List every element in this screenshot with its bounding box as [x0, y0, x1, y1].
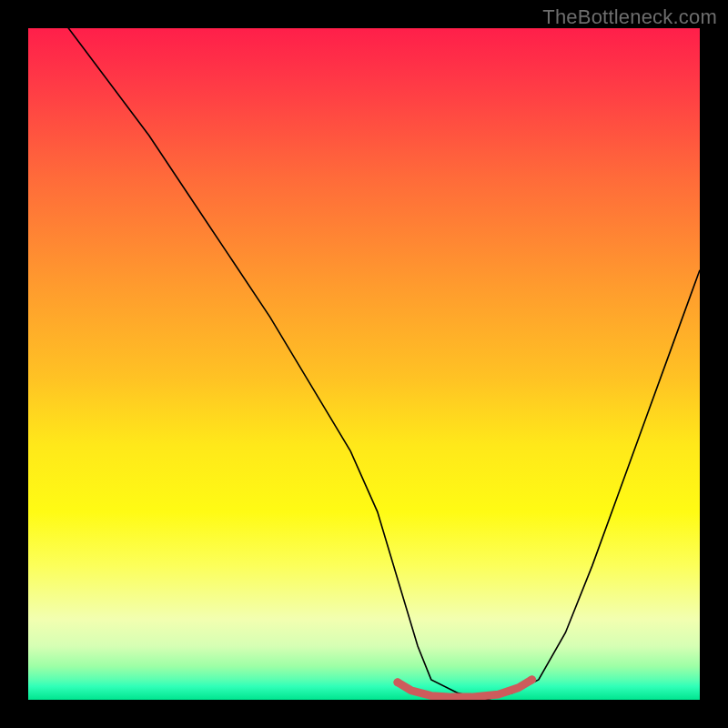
plot-area [28, 28, 700, 700]
optimum-band [398, 680, 532, 697]
optimum-band-end-dot [528, 675, 536, 683]
watermark-label: TheBottleneck.com [542, 5, 717, 29]
optimum-band-start-dot [393, 678, 401, 686]
bottleneck-curve-svg [28, 28, 700, 700]
bottleneck-curve [28, 28, 700, 700]
chart-frame: TheBottleneck.com [0, 0, 728, 728]
